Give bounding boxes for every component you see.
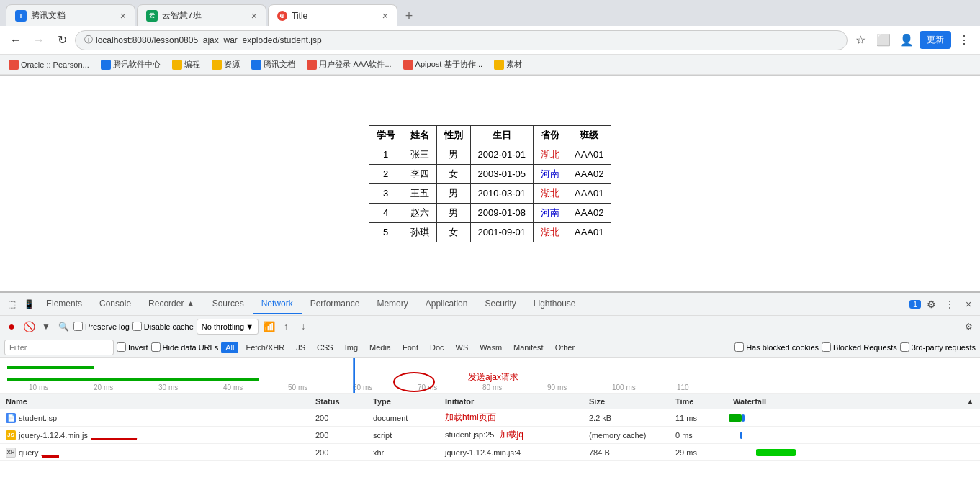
profile-icon[interactable]: 👤 — [896, 30, 917, 50]
filter-media[interactable]: Media — [365, 342, 395, 353]
filter-all[interactable]: All — [221, 342, 238, 353]
tab-console[interactable]: Console — [91, 294, 140, 314]
col-waterfall[interactable]: Waterfall ▲ — [727, 397, 980, 406]
network-toolbar: ● 🚫 ▼ 🔍 Preserve log Disable cache No th… — [0, 316, 980, 337]
tab-memory[interactable]: Memory — [368, 294, 416, 314]
tab-performance[interactable]: Performance — [302, 294, 369, 314]
filter-js[interactable]: JS — [292, 342, 310, 353]
tab-close-2[interactable]: × — [251, 10, 257, 22]
cell-name-query: XH query — [0, 448, 310, 458]
wifi-icon[interactable]: 📶 — [261, 319, 276, 334]
devtools-close-icon[interactable]: × — [960, 296, 977, 313]
bookmark-label-ziyuan: 资源 — [224, 59, 240, 70]
network-row-jquery[interactable]: JS jquery-1.12.4.min.js 200 script stude… — [0, 427, 980, 444]
bookmark-bianchen[interactable]: 编程 — [169, 58, 203, 71]
table-cell: AAA02 — [567, 164, 611, 183]
settings-icon[interactable]: ⚙ — [922, 296, 940, 313]
filter-other[interactable]: Other — [551, 342, 580, 353]
address-bar[interactable]: ⓘ localhost:8080/lesson0805_ajax_war_exp… — [75, 30, 848, 50]
timeline-green-2 — [7, 378, 259, 381]
tab-sources[interactable]: Sources — [204, 294, 253, 314]
bookmark-oracle[interactable]: Oracle :: Pearson... — [6, 58, 92, 71]
table-cell: 1 — [369, 145, 403, 164]
filter-manifest[interactable]: Manifest — [509, 342, 548, 353]
filter-css[interactable]: CSS — [313, 342, 338, 353]
disable-cache-checkbox[interactable]: Disable cache — [132, 322, 194, 331]
throttle-dropdown[interactable]: No throttling ▼ — [197, 319, 259, 335]
device-icon[interactable]: 📱 — [20, 296, 37, 313]
filter-ws[interactable]: WS — [451, 342, 473, 353]
tab-application[interactable]: Application — [417, 294, 477, 314]
tab-close-1[interactable]: × — [120, 10, 126, 22]
third-party-checkbox[interactable]: 3rd-party requests — [900, 342, 976, 352]
student-table: 学号 姓名 性别 生日 省份 班级 1张三男2002-01-01湖北AAA012… — [369, 125, 612, 242]
clear-button[interactable]: 🚫 — [22, 319, 36, 334]
has-blocked-cookies-checkbox[interactable]: Has blocked cookies — [734, 342, 819, 352]
filter-fetch-xhr[interactable]: Fetch/XHR — [241, 342, 289, 353]
bookmark-apipost[interactable]: Apipost-基于协作... — [400, 58, 486, 71]
tab-network[interactable]: Network — [253, 294, 302, 314]
filter-font[interactable]: Font — [398, 342, 423, 353]
upload-icon[interactable]: ↑ — [279, 319, 293, 334]
settings-network-icon[interactable]: ⚙ — [961, 319, 976, 334]
preserve-log-checkbox[interactable]: Preserve log — [73, 322, 130, 331]
table-cell: 孙琪 — [403, 222, 436, 242]
search-icon[interactable]: 🔍 — [56, 319, 71, 334]
tab-close-3[interactable]: × — [382, 10, 388, 22]
col-status[interactable]: Status — [310, 397, 367, 406]
col-initiator[interactable]: Initiator — [439, 397, 583, 406]
bookmark-icon[interactable]: ☆ — [850, 30, 871, 50]
nav-bar: ← → ↻ ⓘ localhost:8080/lesson0805_ajax_w… — [0, 26, 980, 55]
tab-security[interactable]: Security — [476, 294, 524, 314]
filter-doc[interactable]: Doc — [426, 342, 449, 353]
record-button[interactable]: ● — [4, 319, 19, 334]
back-button[interactable]: ← — [6, 30, 26, 50]
bookmark-favicon-apipost — [403, 60, 413, 70]
filter-icon[interactable]: ▼ — [39, 319, 53, 334]
network-row-student[interactable]: 📄 student.jsp 200 document 加载html页面 2.2 … — [0, 409, 980, 427]
refresh-button[interactable]: ↻ — [52, 30, 72, 50]
wf-bar-query — [756, 449, 796, 456]
tab-lighthouse[interactable]: Lighthouse — [525, 294, 585, 314]
tab-recorder[interactable]: Recorder ▲ — [140, 294, 204, 314]
tab-tencent-doc[interactable]: T 腾讯文档 × — [6, 4, 135, 26]
col-name[interactable]: Name — [0, 397, 310, 406]
file-icon-js: JS — [6, 430, 16, 440]
wf-bar-jquery — [740, 432, 742, 439]
file-icon-xhr: XH — [6, 448, 16, 458]
bookmark-tencent-doc[interactable]: 腾讯文档 — [248, 58, 298, 71]
hide-data-urls-checkbox[interactable]: Hide data URLs — [151, 342, 219, 352]
tick-70ms: 70 ms — [418, 383, 437, 391]
cell-wf-jquery — [727, 427, 980, 444]
update-button[interactable]: 更新 — [920, 31, 951, 49]
blocked-requests-checkbox[interactable]: Blocked Requests — [822, 342, 897, 352]
col-type[interactable]: Type — [367, 397, 439, 406]
bookmark-favicon-user-login — [307, 60, 317, 70]
wf-bar-student-blue — [742, 414, 745, 422]
cell-time-jquery: 0 ms — [670, 431, 727, 440]
tab-title[interactable]: ⊕ Title × — [268, 4, 397, 26]
tab-elements[interactable]: Elements — [37, 294, 91, 314]
devtools-more-icon[interactable]: ⋮ — [941, 296, 958, 313]
col-time[interactable]: Time — [670, 397, 727, 406]
filter-wasm[interactable]: Wasm — [475, 342, 506, 353]
network-list: Name Status Type Initiator Size Time Wat… — [0, 394, 980, 477]
invert-checkbox[interactable]: Invert — [117, 342, 148, 352]
network-row-query[interactable]: XH query 200 xhr jquery-1.12.4.min.js:4 … — [0, 444, 980, 461]
screenshot-icon[interactable]: ⬜ — [873, 30, 894, 50]
bookmark-sucai[interactable]: 素材 — [491, 58, 525, 71]
filter-input[interactable] — [4, 340, 114, 355]
tab-yunzhi[interactable]: 云 云智慧7班 × — [137, 4, 266, 26]
new-tab-button[interactable]: + — [399, 6, 419, 26]
bookmark-ziyuan[interactable]: 资源 — [209, 58, 243, 71]
bookmark-user-login[interactable]: 用户登录-AAA软件... — [304, 58, 395, 71]
inspect-icon[interactable]: ⬚ — [3, 296, 20, 313]
menu-icon[interactable]: ⋮ — [954, 30, 974, 50]
filter-img[interactable]: Img — [341, 342, 362, 353]
forward-button[interactable]: → — [29, 30, 49, 50]
bookmark-tencent-soft[interactable]: 腾讯软件中心 — [98, 58, 163, 71]
cell-name-student: 📄 student.jsp — [0, 413, 310, 423]
download-icon[interactable]: ↓ — [296, 319, 310, 334]
col-size[interactable]: Size — [583, 397, 670, 406]
cell-initiator-student: 加载html页面 — [439, 412, 583, 424]
